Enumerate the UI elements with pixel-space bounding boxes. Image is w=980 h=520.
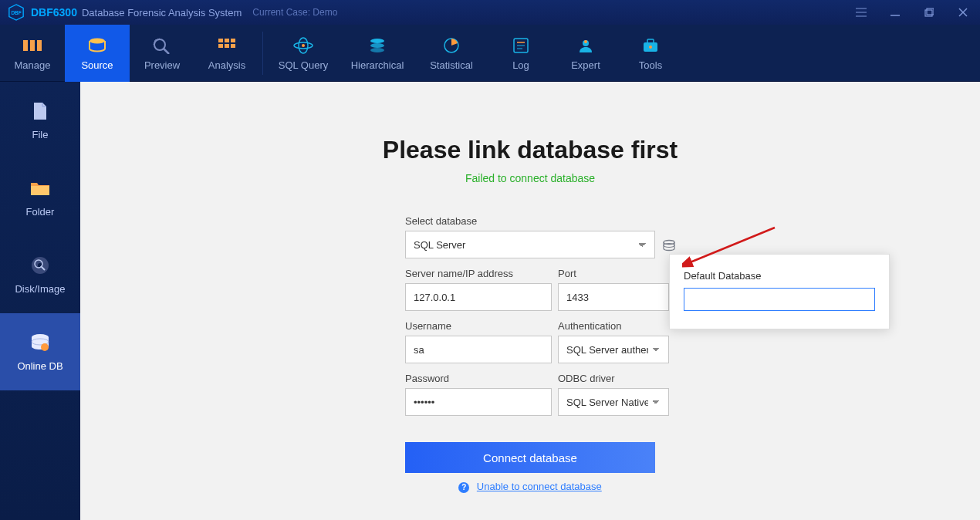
nav-log-label: Log bbox=[512, 59, 529, 71]
select-database[interactable]: SQL Server bbox=[405, 231, 655, 258]
onlinedb-icon bbox=[29, 333, 52, 353]
svg-point-29 bbox=[370, 48, 384, 52]
sidebar-onlinedb-label: Online DB bbox=[17, 360, 63, 372]
nav-preview-label: Preview bbox=[144, 59, 180, 71]
sidebar-item-onlinedb[interactable]: Online DB bbox=[0, 313, 80, 390]
sidebar: File Folder Disk/Image Online DB bbox=[0, 82, 80, 520]
nav-hierarchical[interactable]: Hierarchical bbox=[340, 25, 414, 82]
close-icon[interactable] bbox=[946, 0, 980, 25]
label-auth: Authentication bbox=[558, 320, 669, 332]
nav-statistical-label: Statistical bbox=[430, 59, 473, 71]
sidebar-disk-label: Disk/Image bbox=[15, 283, 65, 295]
titlebar: DBF DBF6300 Database Forensic Analysis S… bbox=[0, 0, 980, 25]
statistical-icon bbox=[441, 36, 462, 55]
svg-text:DBF: DBF bbox=[11, 10, 21, 15]
svg-rect-21 bbox=[218, 44, 223, 48]
expert-icon bbox=[575, 36, 596, 55]
sidebar-item-disk[interactable]: Disk/Image bbox=[0, 236, 80, 313]
content-area: Please link database first Failed to con… bbox=[80, 82, 980, 520]
nav-analysis-label: Analysis bbox=[208, 59, 245, 71]
sidebar-item-folder[interactable]: Folder bbox=[0, 159, 80, 236]
popover-label: Default Database bbox=[684, 270, 875, 282]
svg-point-36 bbox=[584, 40, 587, 43]
nav-separator bbox=[262, 32, 263, 75]
connect-form: Select database SQL Server Server name/I… bbox=[405, 215, 655, 493]
sqlquery-icon bbox=[292, 36, 314, 55]
svg-rect-6 bbox=[925, 10, 932, 16]
label-select-db: Select database bbox=[405, 215, 655, 227]
auth-select[interactable]: SQL Server authen bbox=[558, 336, 669, 363]
default-database-input[interactable] bbox=[684, 288, 875, 311]
label-password: Password bbox=[405, 373, 552, 384]
annotation-arrow-icon bbox=[682, 225, 782, 271]
status-message: Failed to connect database bbox=[80, 172, 980, 184]
password-input[interactable] bbox=[405, 388, 552, 416]
file-icon bbox=[29, 101, 52, 121]
svg-line-49 bbox=[688, 228, 775, 263]
svg-rect-19 bbox=[225, 39, 229, 42]
tools-icon bbox=[640, 36, 661, 55]
svg-rect-7 bbox=[927, 8, 934, 15]
svg-point-46 bbox=[41, 343, 49, 351]
svg-rect-10 bbox=[23, 40, 28, 51]
svg-rect-22 bbox=[225, 44, 229, 48]
nav-hierarchical-label: Hierarchical bbox=[351, 59, 404, 71]
label-username: Username bbox=[405, 320, 552, 332]
svg-rect-12 bbox=[37, 40, 42, 51]
window-controls bbox=[844, 0, 980, 25]
nav-sqlquery-label: SQL Query bbox=[279, 59, 329, 71]
svg-point-27 bbox=[370, 39, 384, 43]
database-settings-icon[interactable] bbox=[661, 238, 677, 254]
odbc-select[interactable]: SQL Server Native bbox=[558, 388, 669, 416]
svg-line-15 bbox=[164, 49, 169, 54]
svg-point-13 bbox=[90, 38, 105, 43]
page-title: Please link database first bbox=[80, 136, 980, 164]
nav-tools[interactable]: Tools bbox=[618, 25, 683, 82]
nav-expert[interactable]: Expert bbox=[553, 25, 618, 82]
svg-rect-20 bbox=[231, 39, 235, 42]
minimize-icon[interactable] bbox=[878, 0, 912, 25]
svg-rect-11 bbox=[30, 40, 35, 51]
svg-point-26 bbox=[302, 44, 305, 47]
menu-icon[interactable] bbox=[844, 0, 878, 25]
label-odbc: ODBC driver bbox=[558, 373, 669, 384]
nav-log[interactable]: Log bbox=[488, 25, 553, 82]
sidebar-folder-label: Folder bbox=[26, 206, 55, 218]
app-logo-icon: DBF bbox=[8, 4, 25, 21]
svg-rect-18 bbox=[218, 39, 223, 42]
nav-source-label: Source bbox=[81, 59, 113, 71]
nav-tools-label: Tools bbox=[639, 59, 662, 71]
maximize-icon[interactable] bbox=[912, 0, 946, 25]
nav-analysis[interactable]: Analysis bbox=[194, 25, 259, 82]
nav-expert-label: Expert bbox=[571, 59, 600, 71]
help-line: ? Unable to connect database bbox=[405, 481, 655, 493]
manage-icon bbox=[22, 36, 43, 55]
username-input[interactable] bbox=[405, 336, 552, 363]
svg-point-14 bbox=[154, 39, 165, 50]
nav-source[interactable]: Source bbox=[65, 25, 130, 82]
nav-sqlquery[interactable]: SQL Query bbox=[266, 25, 340, 82]
sidebar-file-label: File bbox=[32, 129, 49, 140]
analysis-icon bbox=[216, 36, 238, 55]
nav-manage[interactable]: Manage bbox=[0, 25, 65, 82]
folder-icon bbox=[29, 178, 52, 198]
sidebar-item-file[interactable]: File bbox=[0, 82, 80, 159]
port-input[interactable] bbox=[558, 283, 669, 311]
source-icon bbox=[86, 36, 108, 55]
log-icon bbox=[510, 36, 532, 55]
nav-statistical[interactable]: Statistical bbox=[414, 25, 488, 82]
svg-point-39 bbox=[649, 46, 652, 49]
title-case: Current Case: Demo bbox=[252, 7, 337, 18]
nav-preview[interactable]: Preview bbox=[130, 25, 194, 82]
svg-rect-23 bbox=[231, 44, 235, 48]
label-port: Port bbox=[558, 268, 669, 279]
svg-rect-38 bbox=[647, 39, 654, 43]
help-link[interactable]: Unable to connect database bbox=[477, 481, 602, 492]
title-desc: Database Forensic Analysis System bbox=[82, 7, 242, 19]
label-server: Server name/IP address bbox=[405, 268, 552, 279]
hierarchical-icon bbox=[367, 36, 388, 55]
connect-button[interactable]: Connect database bbox=[405, 442, 655, 473]
top-nav: Manage Source Preview Analysis SQL Query… bbox=[0, 25, 980, 82]
nav-manage-label: Manage bbox=[15, 59, 51, 71]
server-input[interactable] bbox=[405, 283, 552, 311]
